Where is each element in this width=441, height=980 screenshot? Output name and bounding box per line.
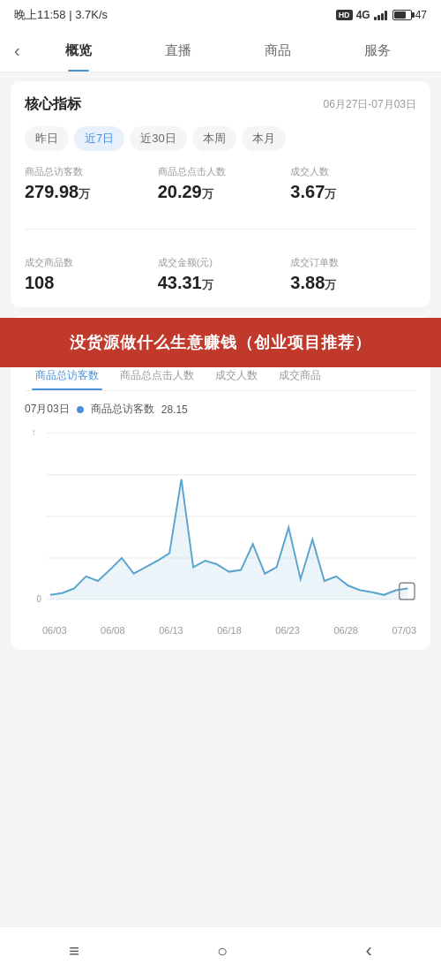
svg-text:↑: ↑ (32, 426, 36, 436)
bottom-nav-menu[interactable]: ≡ (69, 941, 79, 961)
x-label-6: 07/03 (392, 625, 416, 636)
core-metrics-date: 06月27日-07月03日 (324, 97, 416, 112)
x-label-5: 06/28 (333, 625, 358, 636)
period-tabs: 昨日 近7日 近30日 本周 本月 (25, 126, 416, 151)
metric-orders-label: 成交订单数 (290, 256, 416, 269)
metric-sold-items: 成交商品数 108 (25, 256, 151, 293)
battery-level: 47 (415, 9, 427, 21)
core-metrics-header: 核心指标 06月27日-07月03日 (25, 95, 416, 114)
metrics-grid: 商品总访客数 279.98万 商品总点击人数 20.29万 成交人数 3.67万 (25, 165, 416, 293)
hd-badge: HD (336, 10, 353, 20)
x-label-1: 06/08 (101, 625, 125, 636)
period-tab-yesterday[interactable]: 昨日 (25, 126, 69, 151)
network-type: 4G (356, 9, 370, 21)
bottom-nav: ≡ ○ ‹ (0, 926, 441, 980)
metric-buyers-label: 成交人数 (290, 165, 416, 178)
x-label-2: 06/13 (159, 625, 183, 636)
chart-metric-value: 28.15 (161, 403, 188, 416)
metric-revenue-label: 成交金额(元) (158, 256, 284, 269)
bottom-nav-home[interactable]: ○ (217, 941, 228, 961)
status-time: 晚上11:58 (14, 8, 66, 21)
metric-orders-value: 3.88万 (290, 273, 416, 293)
metric-sold-items-label: 成交商品数 (25, 256, 151, 269)
bottom-nav-back[interactable]: ‹ (366, 939, 372, 962)
chart-info: 07月03日 商品总访客数 28.15 (25, 402, 416, 417)
metric-visitors: 商品总访客数 279.98万 (25, 165, 151, 202)
nav-tab-products[interactable]: 商品 (256, 30, 300, 72)
nav-tab-overview[interactable]: 概览 (56, 30, 101, 72)
ad-banner[interactable]: 没货源做什么生意赚钱（创业项目推荐） (0, 318, 441, 367)
status-time-network: 晚上11:58 | 3.7K/s (14, 7, 108, 23)
metric-orders: 成交订单数 3.88万 (290, 256, 416, 293)
metric-revenue: 成交金额(元) 43.31万 (158, 256, 284, 293)
chart-dot-icon (77, 406, 84, 413)
status-bar: 晚上11:58 | 3.7K/s HD 4G 47 (0, 0, 441, 30)
svg-marker-6 (50, 479, 407, 599)
battery-icon (392, 10, 412, 20)
trend-chart: ↑ 0 (25, 424, 416, 618)
x-label-3: 06/18 (217, 625, 242, 636)
chart-selected-date: 07月03日 (25, 402, 70, 417)
x-label-4: 06/23 (275, 625, 300, 636)
metric-sold-items-value: 108 (25, 273, 151, 293)
menu-icon: ≡ (69, 941, 79, 961)
svg-text:0: 0 (37, 594, 42, 604)
nav-tab-service[interactable]: 服务 (355, 30, 400, 72)
status-speed: 3.7K/s (75, 8, 108, 21)
metric-buyers-value: 3.67万 (290, 182, 416, 202)
chart-x-labels: 06/03 06/08 06/13 06/18 06/23 06/28 07/0… (25, 622, 416, 636)
chart-container: ↑ 0 06/03 06/08 (25, 424, 416, 636)
x-label-0: 06/03 (42, 625, 67, 636)
metric-revenue-value: 43.31万 (158, 273, 284, 293)
ad-banner-text: 没货源做什么生意赚钱（创业项目推荐） (70, 334, 371, 351)
metric-clicks: 商品总点击人数 20.29万 (158, 165, 284, 202)
nav-bar: ‹ 概览 直播 商品 服务 (0, 30, 441, 72)
back-button[interactable]: ‹ (14, 30, 29, 72)
chart-metric-name: 商品总访客数 (91, 402, 154, 417)
metric-clicks-value: 20.29万 (158, 182, 284, 202)
home-icon: ○ (217, 941, 228, 961)
period-tab-thisweek[interactable]: 本周 (192, 126, 236, 151)
period-tab-thismonth[interactable]: 本月 (242, 126, 286, 151)
metric-visitors-value: 279.98万 (25, 182, 151, 202)
core-metrics-card: 核心指标 06月27日-07月03日 昨日 近7日 近30日 本周 本月 商品总… (11, 81, 430, 307)
metric-visitors-label: 商品总访客数 (25, 165, 151, 178)
period-tab-30days[interactable]: 近30日 (130, 126, 186, 151)
signal-icon (374, 10, 387, 20)
status-icons: HD 4G 47 (336, 9, 427, 21)
metric-clicks-label: 商品总点击人数 (158, 165, 284, 178)
nav-tab-live[interactable]: 直播 (156, 30, 200, 72)
back-icon: ‹ (366, 939, 372, 962)
core-metrics-title: 核心指标 (25, 95, 81, 114)
period-tab-7days[interactable]: 近7日 (74, 126, 124, 151)
nav-tabs: 概览 直播 商品 服务 (29, 30, 427, 72)
metric-buyers: 成交人数 3.67万 (290, 165, 416, 202)
